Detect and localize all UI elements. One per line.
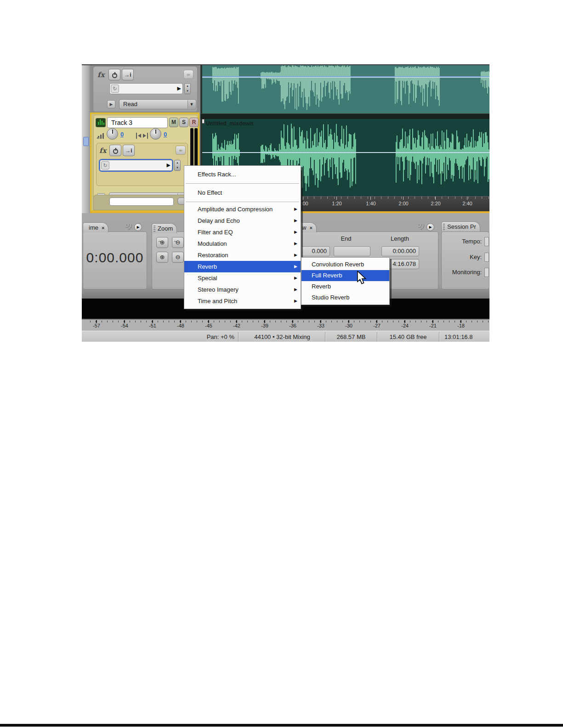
key-field[interactable]	[484, 253, 489, 262]
waveform-zero-line	[202, 76, 489, 78]
dropdown-arrow-icon: ▼	[188, 100, 195, 108]
record-arm-button[interactable]: R	[189, 118, 199, 127]
volume-knob[interactable]	[107, 128, 118, 140]
menu-item-filter-and-eq[interactable]: Filter and EQ▶	[184, 226, 301, 238]
menu-item-modulation[interactable]: Modulation▶	[184, 238, 301, 249]
menu-item-restoration[interactable]: Restoration▶	[184, 249, 301, 261]
menu-item-label: Time and Pitch	[198, 298, 237, 305]
menu-item-label: Stereo Imagery	[198, 286, 239, 293]
menu-item-label: Reverb	[198, 263, 217, 270]
close-icon[interactable]: ×	[102, 225, 104, 231]
submenu-arrow-icon: ▶	[294, 215, 297, 226]
status-memory: 268.57 MB	[327, 333, 375, 340]
menu-item-special[interactable]: Special▶	[184, 272, 301, 284]
track-name-field[interactable]	[109, 198, 174, 206]
freeze-icon[interactable]: ⇻	[176, 146, 186, 155]
effect-slot-active[interactable]: ↻ ▶	[100, 160, 172, 171]
effect-slot-stepper[interactable]: ▲▼	[184, 83, 191, 94]
track-separator	[200, 113, 489, 119]
tempo-label: Tempo:	[440, 238, 482, 245]
menu-item-amplitude-and-compression[interactable]: Amplitude and Compression▶	[184, 203, 301, 215]
db-label: -42	[229, 323, 245, 328]
track2-panel: fx →i ⇻ ↻ ▶ ▲▼ ▶ Read ▼	[93, 66, 198, 112]
time-panel-menu-button[interactable]: ▶	[134, 223, 142, 231]
power-button[interactable]	[108, 69, 120, 80]
menu-item-label: Restoration	[198, 252, 228, 259]
status-disk-free: 15.40 GB free	[379, 333, 438, 340]
reverb-submenu: Convolution Reverb Full Reverb Reverb St…	[301, 257, 390, 305]
fx-label: fx	[97, 71, 104, 79]
effect-slot-stepper[interactable]: ▲▼	[174, 160, 181, 171]
zoom-out-horizontal-button[interactable]: ↔⊖	[172, 237, 184, 248]
db-minor-ticks	[85, 321, 489, 322]
effect-slot-icon: ↻	[101, 161, 109, 169]
status-bar: Pan: +0 % 44100 • 32-bit Mixing 268.57 M…	[82, 331, 489, 342]
selection-end-field[interactable]	[334, 246, 370, 256]
submenu-arrow-icon: ▶	[294, 261, 297, 272]
status-separator	[439, 332, 439, 342]
close-icon[interactable]: ×	[309, 225, 312, 231]
panel-grip-dots	[126, 224, 132, 230]
menu-separator	[186, 183, 299, 184]
mute-button[interactable]: M	[169, 118, 178, 127]
automation-expand-button[interactable]: ▶	[107, 100, 115, 108]
status-separator	[238, 332, 239, 342]
menu-separator	[186, 202, 299, 202]
solo-button[interactable]: S	[179, 118, 188, 127]
db-label: -39	[257, 323, 273, 328]
effect-slot-icon: ↻	[111, 85, 119, 93]
zoom-panel-tab[interactable]: Zoom	[152, 223, 177, 233]
time-panel-tab[interactable]: ime×	[83, 222, 108, 232]
time-display[interactable]: 0:00.000	[84, 250, 146, 265]
automation-mode-value: Read	[123, 101, 137, 107]
db-label: -36	[285, 323, 301, 328]
scrollbar-thumb[interactable]	[83, 137, 89, 146]
session-properties-tab-label: Session Pr	[447, 223, 476, 230]
menu-item-delay-and-echo[interactable]: Delay and Echo▶	[184, 215, 301, 226]
status-separator	[325, 332, 325, 342]
menu-item-effects-rack[interactable]: Effects Rack...	[184, 167, 301, 182]
monitoring-field[interactable]	[484, 268, 489, 277]
status-format: 44100 • 32-bit Mixing	[240, 333, 324, 340]
menu-item-time-and-pitch[interactable]: Time and Pitch▶	[184, 295, 301, 307]
db-scale-ruler[interactable]: -57 -54 -51 -48 -45 -42 -39 -36 -33 -30 …	[82, 319, 489, 331]
menu-item-label: No Effect	[198, 189, 222, 196]
menu-item-reverb[interactable]: Reverb▶	[184, 261, 301, 272]
zoom-out-full-button[interactable]: ⊖	[172, 252, 184, 263]
page-bottom-rule	[0, 724, 563, 727]
timeline-label: 1:20	[325, 201, 348, 206]
waveform-track-icon	[96, 118, 106, 127]
status-time: 13:01:16.8	[444, 333, 472, 340]
power-button[interactable]	[109, 145, 121, 156]
clip-title: Untitled_mixdown	[206, 120, 253, 127]
db-label: -27	[369, 323, 385, 328]
menu-item-stereo-imagery[interactable]: Stereo Imagery▶	[184, 284, 301, 295]
pan-value[interactable]: 0	[164, 131, 167, 138]
pre-render-button[interactable]: →i	[123, 145, 135, 156]
effect-slot[interactable]: ↻ ▶	[109, 83, 183, 94]
submenu-item-reverb[interactable]: Reverb	[301, 281, 389, 292]
submenu-item-studio-reverb[interactable]: Studio Reverb	[301, 292, 389, 303]
freeze-icon[interactable]: ⇻	[183, 70, 193, 79]
timeline-label: 2:40	[456, 201, 479, 206]
selection-length-field[interactable]: 0:00.000	[381, 246, 419, 256]
automation-mode-dropdown[interactable]: Read ▼	[119, 99, 196, 109]
menu-item-no-effect[interactable]: No Effect	[184, 185, 301, 200]
pan-knob[interactable]	[150, 128, 161, 140]
time-tab-label: ime	[89, 224, 98, 231]
track2-waveform-pane[interactable]	[202, 65, 489, 113]
db-label: -18	[453, 323, 469, 328]
track-name-field[interactable]: Track 3	[107, 117, 168, 128]
submenu-item-convolution-reverb[interactable]: Convolution Reverb	[301, 259, 389, 270]
zoom-in-full-button[interactable]: ⊕	[156, 252, 168, 263]
submenu-item-full-reverb[interactable]: Full Reverb	[301, 270, 389, 281]
grip-icon	[443, 224, 445, 230]
tempo-field[interactable]	[484, 237, 489, 246]
volume-value[interactable]: 0	[120, 131, 124, 138]
session-properties-tab[interactable]: Session Pr	[441, 221, 480, 231]
selection-view-menu-button[interactable]: ▶	[427, 223, 434, 231]
zoom-in-horizontal-button[interactable]: ↔⊕	[156, 237, 168, 248]
clip-handle[interactable]	[202, 119, 205, 124]
length-column-header: Length	[381, 235, 419, 242]
pre-render-button[interactable]: →i	[122, 69, 134, 80]
